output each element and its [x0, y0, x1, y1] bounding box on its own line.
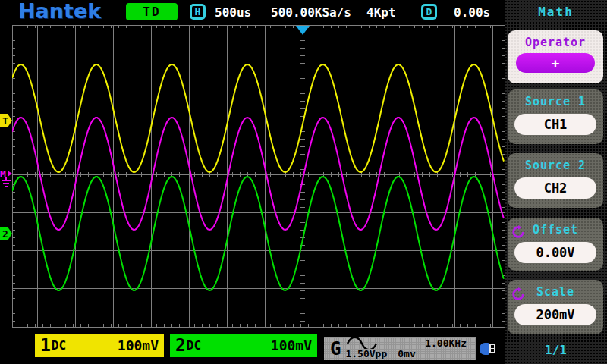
source2-value-button[interactable]: CH2 [514, 177, 596, 199]
menu-item-scale[interactable]: Scale 200mV [508, 280, 603, 334]
svg-text:2: 2 [2, 228, 8, 240]
horizontal-icon: H [190, 4, 206, 20]
delay-icon: D [421, 4, 437, 20]
horizontal-offset-readout: 0.00s [454, 5, 490, 20]
generator-label: G [330, 338, 341, 359]
scope-display[interactable]: TM2 [0, 0, 505, 364]
menu-page-indicator: 1/1 [505, 343, 607, 357]
ch2-scale: 100mV [271, 337, 312, 353]
channel1-badge[interactable]: 1DC 100mV [34, 333, 165, 358]
graticule-border [13, 26, 505, 328]
operator-label: Operator [508, 36, 603, 49]
math-position-marker[interactable]: M [0, 168, 12, 187]
ch2-number: 2 [175, 337, 186, 354]
source1-value-button[interactable]: CH1 [514, 114, 596, 135]
hantek-logo: Hantek [18, 0, 101, 23]
ch1-scale: 100mV [118, 337, 159, 353]
channel2-position-marker[interactable]: 2 [0, 227, 12, 240]
menu-item-source2[interactable]: Source 2 CH2 [508, 153, 603, 208]
generator-status-panel[interactable]: G 1.00KHz 1.50Vpp 0mv [324, 337, 476, 360]
ch1-coupling: DC [52, 338, 66, 353]
trigger-level-marker[interactable]: T [0, 114, 12, 127]
ch2-coupling: DC [187, 338, 201, 353]
math-menu-panel: Math Operator + Source 1 CH1 Source 2 CH… [505, 0, 607, 364]
usb-device-icon [480, 342, 496, 355]
svg-text:T: T [2, 115, 8, 127]
menu-item-offset[interactable]: Offset 0.00V [508, 218, 603, 271]
waveform-ch1[interactable] [12, 64, 504, 172]
oscilloscope-screen: TM2 Hantek TD H 500us 500.00KSa/s 4Kpt D… [0, 0, 607, 364]
menu-item-operator[interactable]: Operator + [508, 30, 603, 83]
operator-value-button[interactable]: + [516, 53, 595, 73]
scale-value-button[interactable]: 200mV [514, 304, 596, 325]
trigger-position-marker[interactable] [296, 26, 310, 35]
generator-amplitude: 1.50Vpp [345, 349, 387, 359]
svg-text:M: M [0, 168, 6, 180]
source1-label: Source 1 [508, 95, 603, 108]
sine-wave-icon [345, 337, 379, 349]
source2-label: Source 2 [508, 158, 603, 172]
memory-depth-readout: 4Kpt [366, 5, 396, 20]
generator-offset: 0mv [398, 349, 415, 359]
sample-rate-readout: 500.00KSa/s [271, 5, 351, 20]
offset-value-button[interactable]: 0.00V [514, 242, 596, 263]
acquire-mode-badge: TD [126, 3, 178, 20]
timebase-readout: 500us [215, 5, 251, 20]
ch1-number: 1 [40, 337, 51, 354]
channel2-badge[interactable]: 2DC 100mV [169, 333, 318, 358]
menu-item-source1[interactable]: Source 1 CH1 [508, 89, 603, 144]
rotate-knob-icon [511, 287, 525, 301]
menu-title: Math [505, 5, 607, 19]
waveform-ch2[interactable] [12, 177, 504, 290]
rotate-knob-icon [511, 225, 525, 239]
generator-frequency: 1.00KHz [425, 338, 467, 349]
